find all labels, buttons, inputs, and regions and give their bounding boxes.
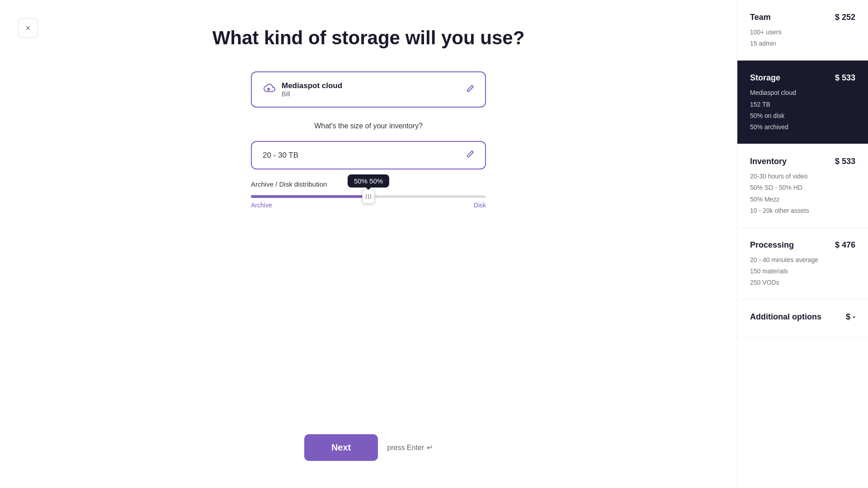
thumb-lines — [366, 194, 371, 199]
form-area: Mediaspot cloud Bill What's the size of … — [251, 71, 486, 209]
sidebar-section-header: Inventory$ 533 — [750, 157, 855, 166]
sidebar-section-header: Storage$ 533 — [750, 73, 855, 83]
archive-label: Archive — [251, 202, 272, 209]
sidebar-section-team[interactable]: Team$ 252100+ users15 admin — [737, 0, 868, 61]
close-icon: × — [26, 23, 31, 33]
sidebar-section-processing[interactable]: Processing$ 47620 - 40 minutes average15… — [737, 228, 868, 300]
disk-label: Disk — [474, 202, 486, 209]
thumb-line-1 — [366, 194, 367, 199]
sidebar-section-title: Processing — [750, 240, 794, 250]
next-button[interactable]: Next — [304, 434, 378, 461]
slider-tooltip: 50% 50% — [348, 174, 389, 188]
distribution-section: Archive / Disk distribution 50% 50% Arch… — [251, 180, 486, 209]
press-enter: press Enter ↵ — [387, 443, 433, 452]
option-card-left: Mediaspot cloud Bill — [263, 81, 342, 98]
sidebar-section-detail: Mediaspot cloud152 TB50% on disk50% arch… — [750, 87, 855, 133]
sidebar-section-storage[interactable]: Storage$ 533Mediaspot cloud152 TB50% on … — [737, 61, 868, 144]
option-card-texts: Mediaspot cloud Bill — [282, 81, 342, 98]
size-card[interactable]: 20 - 30 TB — [251, 141, 486, 169]
sidebar-section-title: Additional options — [750, 312, 821, 322]
footer-area: Next press Enter ↵ — [0, 434, 737, 461]
sidebar-section-title: Team — [750, 13, 771, 22]
sidebar-section-price: $ 476 — [835, 240, 855, 250]
sidebar-section-header: Additional options$ - — [750, 312, 855, 322]
sidebar: Team$ 252100+ users15 adminStorage$ 533M… — [737, 0, 868, 488]
thumb-line-3 — [370, 194, 371, 199]
sidebar-section-header: Processing$ 476 — [750, 240, 855, 250]
cloud-icon — [263, 83, 275, 96]
storage-title: Mediaspot cloud — [282, 81, 342, 90]
sidebar-section-price: $ 533 — [835, 157, 855, 166]
thumb-line-2 — [368, 194, 369, 199]
inventory-question: What's the size of your inventory? — [251, 122, 486, 130]
sidebar-section-additional-options[interactable]: Additional options$ - — [737, 300, 868, 338]
slider-container: 50% 50% Archive Disk — [251, 195, 486, 209]
slider-thumb[interactable] — [362, 189, 375, 204]
sidebar-section-inventory[interactable]: Inventory$ 53320-30 hours of video50% SD… — [737, 144, 868, 228]
sidebar-section-price: $ 533 — [835, 73, 855, 83]
page-title: What kind of storage will you use? — [212, 27, 525, 49]
sidebar-section-detail: 20 - 40 minutes average150 materials250 … — [750, 254, 855, 289]
size-label: 20 - 30 TB — [263, 151, 298, 160]
storage-subtitle: Bill — [282, 90, 342, 98]
sidebar-section-title: Storage — [750, 73, 780, 83]
sidebar-sections: Team$ 252100+ users15 adminStorage$ 533M… — [737, 0, 868, 338]
press-enter-text: press Enter — [387, 444, 424, 452]
enter-icon: ↵ — [427, 443, 433, 452]
sidebar-section-price: $ - — [846, 312, 855, 322]
sidebar-section-detail: 100+ users15 admin — [750, 27, 855, 49]
sidebar-section-header: Team$ 252 — [750, 13, 855, 22]
size-edit-icon[interactable] — [466, 150, 474, 160]
sidebar-section-price: $ 252 — [835, 13, 855, 22]
close-button[interactable]: × — [18, 18, 38, 38]
slider-track — [251, 195, 486, 198]
storage-option-card[interactable]: Mediaspot cloud Bill — [251, 71, 486, 108]
sidebar-section-title: Inventory — [750, 157, 787, 166]
main-content: × What kind of storage will you use? Med… — [0, 0, 737, 488]
edit-icon[interactable] — [466, 84, 474, 95]
sidebar-section-detail: 20-30 hours of video50% SD - 50% HD50% M… — [750, 171, 855, 216]
